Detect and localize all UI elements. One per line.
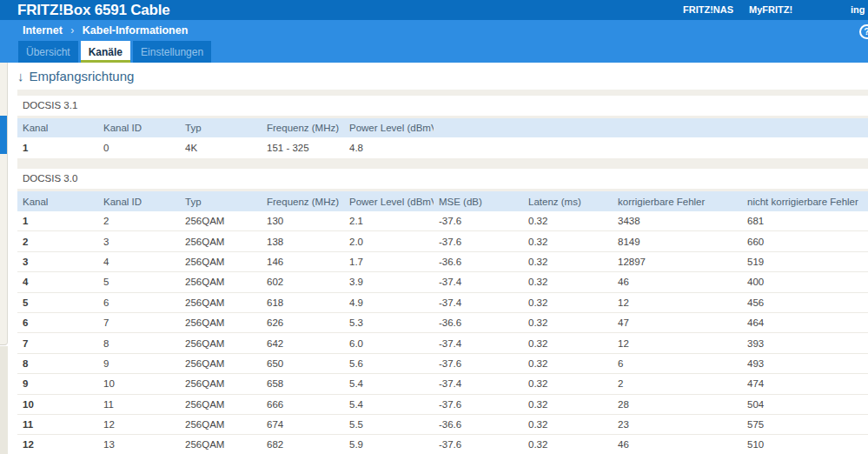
- tab-kanaele[interactable]: Kanäle: [81, 41, 130, 63]
- column-header: nicht korrigierbare Fehler: [742, 191, 868, 211]
- table-row: 104K151 - 3254.8: [17, 137, 868, 158]
- table-cell: 618: [262, 293, 344, 312]
- table-cell: 12: [98, 415, 180, 434]
- table-cell: 474: [742, 374, 868, 393]
- table-cell: 650: [262, 354, 344, 373]
- breadcrumb-internet[interactable]: Internet: [23, 24, 63, 37]
- table-cell: 4.8: [344, 137, 434, 158]
- table-cell: 47: [613, 313, 742, 332]
- table-cell: 12: [17, 435, 98, 454]
- table-cell: 5.6: [344, 354, 434, 373]
- table-cell: -36.6: [434, 415, 523, 434]
- table-cell: 256QAM: [180, 333, 262, 352]
- table-cell: -37.6: [434, 435, 523, 454]
- table-cell: 504: [742, 395, 868, 414]
- tab-einstellungen[interactable]: Einstellungen: [133, 41, 211, 63]
- empfangsrichtung-heading[interactable]: ↓Empfangsrichtung: [17, 69, 134, 83]
- column-header: Power Level (dBmV): [344, 191, 434, 211]
- table-cell: 0.32: [523, 435, 613, 454]
- table-cell: 23: [613, 415, 742, 434]
- table-cell: 256QAM: [180, 231, 262, 250]
- docsis31-title: DOCSIS 3.1: [17, 96, 868, 116]
- docsis30-table: KanalKanal IDTypFrequenz (MHz)Power Leve…: [17, 191, 868, 454]
- table-cell: 46: [613, 435, 742, 454]
- heading-label: Empfangsrichtung: [30, 69, 135, 83]
- table-cell: 493: [742, 354, 868, 373]
- table-row: 1213256QAM6825.9-37.60.3246510: [17, 435, 868, 454]
- sidebar-edge-lower: [0, 346, 8, 454]
- myfritz-link[interactable]: MyFRITZ!: [749, 0, 792, 20]
- table-cell: 0.32: [523, 272, 613, 291]
- table-row: 56256QAM6184.9-37.40.3212456: [17, 293, 868, 313]
- column-header: Typ: [180, 118, 262, 137]
- table-cell: 2.0: [344, 231, 434, 250]
- table-cell: -37.4: [434, 333, 523, 352]
- table-cell: 666: [262, 395, 344, 414]
- table-cell: 12897: [613, 252, 742, 271]
- table-cell: 130: [262, 211, 344, 230]
- column-header: Frequenz (MHz): [262, 191, 344, 211]
- table-cell: 0.32: [523, 231, 613, 250]
- table-cell: 2: [17, 231, 98, 250]
- breadcrumb-bar: Internet › Kabel-Informationen: [0, 20, 868, 41]
- table-cell: 256QAM: [180, 415, 262, 434]
- table-cell: 9: [17, 374, 98, 393]
- table-header-row: KanalKanal IDTypFrequenz (MHz)Power Leve…: [17, 118, 868, 137]
- column-header: Latenz (ms): [523, 191, 613, 211]
- arrow-down-icon: ↓: [17, 69, 24, 83]
- fritznas-link[interactable]: FRITZ!NAS: [683, 0, 733, 20]
- column-header: Kanal: [17, 118, 98, 137]
- table-cell: 681: [742, 211, 868, 230]
- table-cell: 6: [613, 354, 742, 373]
- table-cell: 1: [17, 211, 98, 230]
- table-cell: 3438: [613, 211, 742, 230]
- table-cell: 393: [742, 333, 868, 352]
- column-header: Frequenz (MHz): [262, 118, 344, 137]
- table-cell: 5.3: [344, 313, 434, 332]
- table-cell: 9: [98, 354, 180, 373]
- table-cell: 400: [742, 272, 868, 291]
- table-cell: 10: [98, 374, 180, 393]
- table-cell: 13: [98, 435, 180, 454]
- table-cell: 0.32: [523, 211, 613, 230]
- table-cell: 0.32: [523, 374, 613, 393]
- breadcrumb-page-title: Kabel-Informationen: [83, 24, 189, 37]
- table-cell: 0.32: [523, 415, 613, 434]
- table-cell: 7: [17, 333, 98, 352]
- table-row: 1011256QAM6665.4-37.60.3228504: [17, 395, 868, 415]
- docsis30-section: DOCSIS 3.0 KanalKanal IDTypFrequenz (MHz…: [17, 169, 868, 454]
- table-cell: 2: [613, 374, 742, 393]
- table-cell: 3: [17, 252, 98, 271]
- table-cell: 510: [742, 435, 868, 454]
- table-cell: 28: [613, 395, 742, 414]
- column-header: Kanal ID: [98, 191, 180, 211]
- tab-uebersicht[interactable]: Übersicht: [18, 41, 78, 63]
- table-cell: 0.32: [523, 354, 613, 373]
- column-header: Power Level (dBmV): [344, 118, 434, 137]
- table-cell: 626: [262, 313, 344, 332]
- scrollbar-thumb[interactable]: [0, 116, 7, 154]
- table-cell: 5.5: [344, 415, 434, 434]
- table-cell: 12: [613, 333, 742, 352]
- help-icon[interactable]: ?: [859, 24, 868, 39]
- table-cell: 4.9: [344, 293, 434, 312]
- table-cell: -36.6: [434, 252, 523, 271]
- breadcrumb: Internet › Kabel-Informationen: [23, 20, 188, 41]
- table-cell: 464: [742, 313, 868, 332]
- tab-strip: Übersicht Kanäle Einstellungen: [0, 41, 868, 63]
- table-cell: 3.9: [344, 272, 434, 291]
- table-cell: 0.32: [523, 293, 613, 312]
- table-cell: 0.32: [523, 333, 613, 352]
- table-cell: 151 - 325: [262, 137, 344, 158]
- section-gap: [17, 158, 868, 169]
- table-header-row: KanalKanal IDTypFrequenz (MHz)Power Leve…: [17, 191, 868, 211]
- table-cell: 4: [98, 252, 180, 271]
- table-cell: 7: [98, 313, 180, 332]
- table-cell: 8: [17, 354, 98, 373]
- table-cell: 46: [613, 272, 742, 291]
- table-cell: 11: [98, 395, 180, 414]
- column-header: Kanal ID: [98, 118, 180, 137]
- app-title: FRITZ!Box 6591 Cable: [17, 0, 170, 20]
- table-cell: -37.4: [434, 272, 523, 291]
- table-row: 45256QAM6023.9-37.40.3246400: [17, 272, 868, 292]
